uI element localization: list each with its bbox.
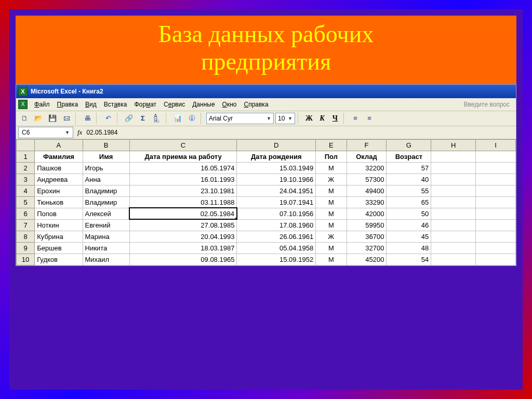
cell[interactable]: 57300 — [347, 174, 387, 185]
menu-format[interactable]: Формат — [130, 101, 160, 108]
menu-insert[interactable]: Вставка — [100, 101, 131, 108]
menu-edit[interactable]: Правка — [54, 101, 82, 108]
cell[interactable] — [475, 219, 515, 231]
cell[interactable] — [431, 231, 476, 242]
cell[interactable]: Игорь — [83, 162, 129, 174]
cell[interactable] — [475, 242, 515, 254]
cell[interactable]: Никита — [83, 242, 129, 254]
cell[interactable] — [475, 162, 515, 174]
cell[interactable] — [431, 185, 476, 196]
new-file-icon[interactable]: 🗋 — [18, 112, 31, 125]
cell[interactable] — [431, 174, 476, 185]
cell[interactable] — [475, 185, 515, 196]
cell[interactable]: Оклад — [347, 151, 387, 162]
cell[interactable]: 15.09.1952 — [237, 254, 316, 265]
cell[interactable]: 65 — [387, 196, 431, 208]
autosum-icon[interactable]: Σ — [137, 112, 149, 125]
row-header[interactable]: 6 — [17, 208, 35, 219]
cell[interactable] — [431, 219, 476, 231]
font-selector[interactable]: Arial Cyr ▼ — [206, 113, 274, 124]
cell[interactable] — [475, 196, 515, 208]
cell[interactable] — [431, 196, 476, 208]
cell[interactable]: Михаил — [83, 254, 129, 265]
cell[interactable]: 50 — [387, 208, 431, 219]
cell[interactable]: 09.08.1965 — [129, 254, 237, 265]
cell[interactable]: 33290 — [347, 196, 387, 208]
hyperlink-icon[interactable]: 🔗 — [123, 112, 135, 125]
align-center-icon[interactable]: ≡ — [363, 112, 376, 125]
cell[interactable]: Ж — [316, 231, 347, 242]
cell[interactable]: Возраст — [387, 151, 431, 162]
window-titlebar[interactable]: X Microsoft Excel - Книга2 — [16, 85, 516, 98]
cell[interactable]: Марина — [83, 231, 129, 242]
cell[interactable]: 20.04.1993 — [129, 231, 237, 242]
cell[interactable]: Тюньков — [35, 196, 83, 208]
cell[interactable]: 48 — [387, 242, 431, 254]
row-header[interactable]: 10 — [17, 254, 35, 265]
cell[interactable]: 42000 — [347, 208, 387, 219]
cell[interactable]: 02.05.1984 — [129, 208, 237, 219]
row-header[interactable]: 5 — [17, 196, 35, 208]
cell[interactable]: Анна — [83, 174, 129, 185]
cell[interactable]: 16.01.1993 — [129, 174, 237, 185]
cell[interactable] — [431, 208, 476, 219]
workbook-icon[interactable]: X — [18, 100, 28, 109]
menu-data[interactable]: Данные — [189, 101, 218, 108]
cell[interactable]: М — [316, 242, 347, 254]
menu-file[interactable]: Файл — [31, 101, 54, 108]
cell[interactable]: 55 — [387, 185, 431, 196]
cell[interactable]: М — [316, 185, 347, 196]
cell[interactable]: 36700 — [347, 231, 387, 242]
row-header[interactable]: 7 — [17, 219, 35, 231]
cell[interactable]: Владимир — [83, 196, 129, 208]
cell[interactable] — [475, 151, 515, 162]
cell[interactable] — [475, 231, 515, 242]
open-file-icon[interactable]: 📂 — [32, 112, 45, 125]
cell[interactable]: Дата рождения — [237, 151, 316, 162]
align-left-icon[interactable]: ≡ — [349, 112, 362, 125]
cell[interactable]: М — [316, 254, 347, 265]
font-size-selector[interactable]: 10 ▼ — [275, 113, 295, 124]
col-header-F[interactable]: F — [347, 139, 387, 151]
cell[interactable]: 07.10.1956 — [237, 208, 316, 219]
cell[interactable]: 16.05.1974 — [129, 162, 237, 174]
cell[interactable]: Ерохин — [35, 185, 83, 196]
cell[interactable]: М — [316, 162, 347, 174]
cell[interactable]: Ноткин — [35, 219, 83, 231]
cell[interactable]: 27.08.1985 — [129, 219, 237, 231]
select-all-corner[interactable] — [17, 139, 35, 151]
help-icon[interactable]: 🛈 — [185, 112, 198, 125]
cell[interactable] — [475, 174, 515, 185]
cell[interactable]: 32200 — [347, 162, 387, 174]
col-header-G[interactable]: G — [387, 139, 431, 151]
col-header-I[interactable]: I — [475, 139, 515, 151]
col-header-A[interactable]: A — [35, 139, 83, 151]
name-box[interactable]: C6 ▼ — [18, 127, 73, 138]
cell[interactable]: Гудков — [35, 254, 83, 265]
cell[interactable]: 54 — [387, 254, 431, 265]
cell[interactable]: Кубрина — [35, 231, 83, 242]
cell[interactable]: 15.03.1949 — [237, 162, 316, 174]
cell[interactable]: Пашков — [35, 162, 83, 174]
cell[interactable]: 46 — [387, 219, 431, 231]
cell[interactable]: Имя — [83, 151, 129, 162]
menu-tools[interactable]: Сервис — [160, 101, 189, 108]
col-header-H[interactable]: H — [431, 139, 476, 151]
save-icon[interactable]: 💾 — [46, 112, 59, 125]
sort-asc-icon[interactable]: АЯ↓ — [151, 112, 163, 125]
cell[interactable]: 59950 — [347, 219, 387, 231]
col-header-D[interactable]: D — [237, 139, 316, 151]
underline-button[interactable]: Ч — [329, 113, 341, 124]
cell[interactable]: Алексей — [83, 208, 129, 219]
menu-window[interactable]: Окно — [219, 101, 241, 108]
cell[interactable] — [475, 208, 515, 219]
cell[interactable]: 49400 — [347, 185, 387, 196]
row-header[interactable]: 3 — [17, 174, 35, 185]
cell[interactable] — [431, 254, 476, 265]
menu-help[interactable]: Справка — [240, 101, 272, 108]
italic-button[interactable]: К — [316, 113, 328, 124]
spreadsheet-grid[interactable]: A B C D E F G H I 1 Фамилия Имя Дата при… — [16, 139, 516, 265]
cell[interactable]: Фамилия — [35, 151, 83, 162]
cell[interactable]: 32700 — [347, 242, 387, 254]
cell[interactable]: Евгений — [83, 219, 129, 231]
